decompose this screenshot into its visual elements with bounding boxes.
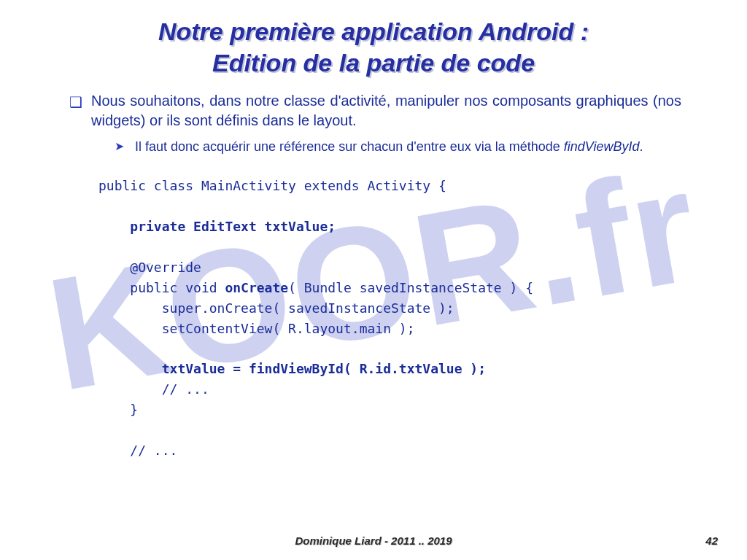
footer-page-number: 42 — [674, 534, 718, 547]
code-l4a: public void — [130, 280, 225, 295]
code-l1: public class MainActivity extends Activi… — [98, 178, 446, 193]
code-l9: } — [130, 402, 138, 417]
slide-title: Notre première application Android : Edi… — [0, 0, 747, 85]
title-line-2: Edition de la partie de code — [212, 49, 535, 77]
sub-bullet: Il faut donc acquérir une référence sur … — [115, 138, 681, 155]
code-l4c: ( Bundle savedInstanceState ) { — [288, 280, 533, 295]
code-l10: // ... — [130, 443, 177, 458]
slide: Notre première application Android : Edi… — [0, 0, 747, 560]
sub-bullet-after: . — [640, 139, 643, 154]
code-l6: setContentView( R.layout.main ); — [162, 321, 415, 336]
code-l8: // ... — [162, 381, 209, 397]
code-l5: super.onCreate( savedInstanceState ); — [162, 300, 454, 316]
method-name: findViewById — [564, 139, 640, 154]
code-block: public class MainActivity extends Activi… — [98, 176, 681, 460]
code-l2: private EditText txtValue; — [130, 219, 336, 234]
footer-author: Dominique Liard - 2011 .. 2019 — [73, 534, 674, 547]
code-l3: @Override — [130, 260, 201, 275]
code-l7: txtValue = findViewById( R.id.txtValue )… — [162, 361, 486, 376]
title-line-1: Notre première application Android : — [158, 18, 589, 45]
main-bullet: Nous souhaitons, dans notre classe d'act… — [69, 91, 681, 131]
sub-bullet-text: Il faut donc acquérir une référence sur … — [135, 139, 564, 154]
footer: Dominique Liard - 2011 .. 2019 42 — [0, 534, 747, 553]
main-bullet-text: Nous souhaitons, dans notre classe d'act… — [91, 93, 681, 128]
code-l4b: onCreate — [225, 280, 288, 295]
slide-body: Nous souhaitons, dans notre classe d'act… — [0, 85, 747, 461]
